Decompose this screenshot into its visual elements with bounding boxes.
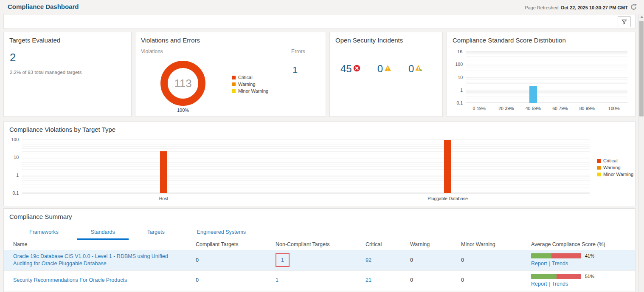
score-bar (531, 253, 581, 258)
targets-evaluated-value[interactable]: 2 (10, 51, 16, 64)
gridline-minor (466, 83, 627, 84)
gridline-major (22, 139, 590, 139)
gridline-minor (466, 66, 627, 66)
critical-count-link[interactable]: 92 (366, 257, 371, 263)
cell-critical: 92 (366, 257, 410, 263)
column-header: Critical (366, 241, 410, 247)
cell-name: Security Recommendations For Oracle Prod… (13, 277, 196, 284)
legend-swatch (597, 173, 601, 176)
incident-counts: 4500 (340, 64, 422, 74)
gridline-minor (22, 187, 590, 187)
gridline-minor (22, 161, 590, 161)
report-link[interactable]: Report (531, 281, 547, 287)
gridline-minor (22, 142, 590, 142)
gridline-minor (22, 151, 590, 152)
incident-count-item: 45 (340, 64, 360, 74)
standard-name-link[interactable]: Security Recommendations For Oracle Prod… (13, 277, 127, 284)
incident-count-value[interactable]: 45 (340, 64, 352, 74)
chart-bar[interactable] (160, 151, 167, 193)
violations-donut-chart[interactable]: 113 (160, 61, 205, 106)
violations-by-target-type-chart[interactable]: 0.1110100HostPluggable Database (22, 139, 590, 193)
critical-count-link[interactable]: 21 (366, 277, 371, 283)
y-axis-tick-label: 10 (14, 155, 19, 160)
scrollbar-up-arrow-icon[interactable] (640, 16, 644, 18)
gridline-minor (22, 140, 590, 140)
filter-button[interactable] (618, 16, 631, 27)
column-header: Average Compliance Score (%) (531, 241, 635, 247)
x-axis-category-label: 100% (608, 106, 620, 111)
gridline-minor (466, 54, 627, 54)
gridline-minor (22, 178, 590, 178)
score-bar-compliant-segment (531, 253, 551, 258)
incident-count-value[interactable]: 0 (408, 64, 414, 74)
tab-frameworks[interactable]: Frameworks (16, 226, 72, 240)
trends-link[interactable]: Trends (552, 261, 568, 266)
table-row[interactable]: Security Recommendations For Oracle Prod… (4, 271, 635, 290)
gridline-minor (466, 91, 627, 92)
vertical-scrollbar[interactable] (638, 14, 644, 292)
legend-label: Warning (603, 165, 621, 170)
gridline-major (466, 102, 627, 103)
summary-tabs: FrameworksStandardsTargetsEngineered Sys… (16, 226, 259, 240)
tab-targets[interactable]: Targets (134, 226, 178, 240)
score-bar-noncompliant-segment (551, 253, 581, 258)
warning-escalated-incident-icon (415, 64, 422, 74)
card-violations-and-errors: Violations and Errors Violations Errors … (135, 32, 326, 117)
cell-warning: 0 (410, 277, 461, 283)
refresh-icon[interactable] (630, 3, 637, 11)
gridline-minor (466, 92, 627, 93)
legend-item: Warning (597, 165, 633, 170)
gridline-minor (22, 164, 590, 164)
gridline-minor (466, 65, 627, 65)
incident-count-item: 0 (377, 64, 391, 74)
score-bar-row: 51% (531, 274, 627, 279)
gridline-minor (22, 166, 590, 167)
standard-name-link[interactable]: Oracle 19c Database CIS V1.0.0 - Level 1… (13, 253, 182, 267)
report-link[interactable]: Report (531, 261, 547, 266)
tab-standards[interactable]: Standards (77, 226, 129, 240)
gridline-minor (466, 60, 627, 60)
gridline-minor (22, 159, 590, 159)
gridline-minor (22, 145, 590, 145)
filter-bar[interactable] (3, 14, 636, 29)
score-percent-label: 51% (585, 274, 594, 279)
warning-incident-icon (384, 64, 391, 74)
gridline-minor (466, 90, 627, 91)
column-header: Name (13, 241, 196, 247)
x-axis-category-label: 80-99% (579, 106, 595, 111)
non-compliant-count-link[interactable]: 1 (276, 277, 278, 283)
gridline-major (22, 175, 590, 175)
trends-link[interactable]: Trends (552, 281, 568, 287)
gridline-minor (466, 69, 627, 69)
scrollbar-thumb[interactable] (639, 21, 644, 116)
legend-label: Minor Warning (603, 172, 633, 177)
tab-engineered-systems[interactable]: Engineered Systems (183, 226, 259, 240)
gridline-minor (466, 67, 627, 67)
incident-count-value[interactable]: 0 (377, 64, 383, 74)
card-title: Targets Evaluated (9, 37, 60, 44)
card-open-security-incidents: Open Security Incidents 4500 (329, 32, 443, 117)
non-compliant-count-link[interactable]: 1 (281, 257, 284, 263)
cell-average-compliance-score: 51%Report|Trends (531, 274, 635, 287)
gridline-minor (466, 56, 627, 57)
card-title: Compliance Standard Score Distribution (453, 37, 566, 44)
links-separator: | (547, 281, 552, 287)
panel-title: Compliance Violations by Target Type (9, 126, 115, 133)
panel-title: Compliance Summary (9, 213, 72, 220)
legend-item: Warning (232, 82, 268, 87)
table-row[interactable]: Oracle 19c Database CIS V1.0.0 - Level 1… (4, 250, 635, 271)
gridline-minor (466, 78, 627, 78)
gridline-minor (466, 73, 627, 73)
legend-swatch (232, 82, 236, 86)
gridline-minor (466, 99, 627, 99)
chart-bar[interactable] (444, 140, 451, 193)
gridline-major (466, 90, 627, 90)
gridline-minor (466, 79, 627, 79)
score-distribution-chart[interactable]: 0.11101001K0-19%20-39%40-59%60-79%80-99%… (466, 51, 627, 103)
page-refreshed-label: Page Refreshed (525, 5, 559, 10)
chart-bar[interactable] (529, 86, 537, 103)
legend-item: Critical (232, 75, 268, 80)
cell-warning: 0 (410, 257, 461, 263)
legend-swatch (597, 159, 601, 163)
errors-value[interactable]: 1 (292, 65, 298, 76)
